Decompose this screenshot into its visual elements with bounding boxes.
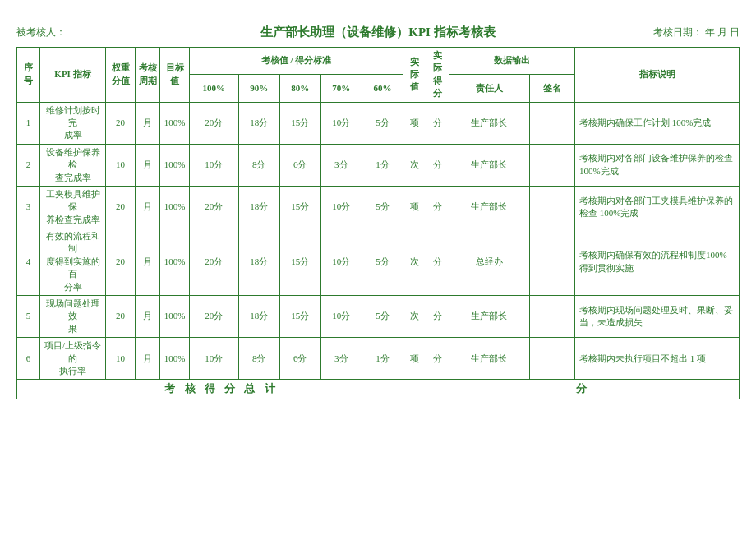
cell-signature: [529, 296, 574, 338]
kpi-table: 序 号 KPI 指标 权重 分值 考核 周期 目标 值 考核值 / 得分标准 实…: [16, 47, 740, 399]
cell-actual-score: 分: [426, 338, 449, 380]
cell-seq: 5: [17, 296, 40, 338]
cell-actual-value: 次: [403, 144, 426, 186]
cell-kpi-name: 项目/上级指令的 执行率: [40, 338, 106, 380]
cell-score-2: 18分: [238, 186, 279, 228]
cell-signature: [529, 186, 574, 228]
cell-weight: 20: [106, 296, 136, 338]
col-actual-value: 实际值: [403, 48, 426, 103]
cell-target: 100%: [160, 228, 190, 296]
cell-weight: 20: [106, 102, 136, 144]
cell-weight: 10: [106, 144, 136, 186]
cell-actual-value: 项: [403, 102, 426, 144]
cell-responsible: 生产部长: [449, 102, 530, 144]
cell-responsible: 生产部长: [449, 144, 530, 186]
cell-responsible: 生产部长: [449, 338, 530, 380]
cell-period: 月: [136, 144, 160, 186]
table-row: 5现场问题处理效 果20月100%20分18分15分10分5分次分生产部长考核期…: [17, 296, 740, 338]
cell-score-5: 1分: [362, 144, 403, 186]
cell-signature: [529, 102, 574, 144]
col-description: 指标说明: [575, 48, 740, 103]
cell-seq: 4: [17, 228, 40, 296]
header-right: 考核日期： 年 月 日: [625, 25, 740, 39]
cell-seq: 2: [17, 144, 40, 186]
cell-actual-score: 分: [426, 228, 449, 296]
cell-target: 100%: [160, 144, 190, 186]
cell-actual-score: 分: [426, 144, 449, 186]
col-responsible: 责任人: [449, 75, 530, 102]
cell-actual-score: 分: [426, 186, 449, 228]
cell-actual-score: 分: [426, 102, 449, 144]
col-period: 考核 周期: [136, 48, 160, 103]
cell-kpi-name: 工夹模具维护保 养检查完成率: [40, 186, 106, 228]
cell-score-4: 10分: [320, 228, 362, 296]
cell-kpi-name: 设备维护保养检 查完成率: [40, 144, 106, 186]
cell-score-3: 6分: [279, 338, 320, 380]
cell-seq: 1: [17, 102, 40, 144]
header: 被考核人： 生产部长助理（设备维修）KPI 指标考核表 考核日期： 年 月 日: [16, 25, 740, 40]
cell-description: 考核期内现场问题处理及时、果断、妥当，未造成损失: [575, 296, 740, 338]
cell-score-4: 3分: [320, 338, 362, 380]
header-left: 被考核人：: [16, 25, 131, 39]
cell-description: 考核期内对各部门工夹模具维护保养的检查 100%完成: [575, 186, 740, 228]
table-row: 6项目/上级指令的 执行率10月100%10分8分6分3分1分项分生产部长考核期…: [17, 338, 740, 380]
cell-actual-value: 次: [403, 228, 426, 296]
col-score-standard: 考核值 / 得分标准: [190, 48, 403, 75]
col-target: 目标 值: [160, 48, 190, 103]
score-level-2: 90%: [238, 75, 279, 102]
table-row: 3工夹模具维护保 养检查完成率20月100%20分18分15分10分5分项分生产…: [17, 186, 740, 228]
cell-score-4: 10分: [320, 186, 362, 228]
cell-score-3: 6分: [279, 144, 320, 186]
cell-score-1: 10分: [190, 338, 239, 380]
col-actual-score: 实际得分: [426, 48, 449, 103]
cell-responsible: 总经办: [449, 228, 530, 296]
score-level-1: 100%: [190, 75, 239, 102]
cell-period: 月: [136, 102, 160, 144]
cell-score-4: 10分: [320, 102, 362, 144]
table-row: 2设备维护保养检 查完成率10月100%10分8分6分3分1分次分生产部长考核期…: [17, 144, 740, 186]
cell-signature: [529, 338, 574, 380]
cell-weight: 20: [106, 186, 136, 228]
cell-score-3: 15分: [279, 296, 320, 338]
cell-kpi-name: 现场问题处理效 果: [40, 296, 106, 338]
cell-target: 100%: [160, 296, 190, 338]
cell-actual-value: 项: [403, 338, 426, 380]
cell-target: 100%: [160, 102, 190, 144]
cell-period: 月: [136, 296, 160, 338]
cell-score-2: 8分: [238, 144, 279, 186]
col-kpi: KPI 指标: [40, 48, 106, 103]
cell-period: 月: [136, 338, 160, 380]
cell-description: 考核期内确保有效的流程和制度100%得到贯彻实施: [575, 228, 740, 296]
cell-seq: 6: [17, 338, 40, 380]
date-value: 年 月 日: [705, 26, 740, 38]
cell-target: 100%: [160, 186, 190, 228]
cell-period: 月: [136, 228, 160, 296]
cell-score-1: 20分: [190, 296, 239, 338]
score-level-4: 70%: [320, 75, 362, 102]
cell-score-3: 15分: [279, 186, 320, 228]
cell-period: 月: [136, 186, 160, 228]
cell-responsible: 生产部长: [449, 186, 530, 228]
cell-actual-score: 分: [426, 296, 449, 338]
cell-seq: 3: [17, 186, 40, 228]
cell-score-3: 15分: [279, 228, 320, 296]
cell-target: 100%: [160, 338, 190, 380]
table-row: 4有效的流程和制 度得到实施的百 分率20月100%20分18分15分10分5分…: [17, 228, 740, 296]
cell-score-5: 5分: [362, 228, 403, 296]
col-data-output: 数据输出: [449, 48, 575, 75]
cell-signature: [529, 144, 574, 186]
cell-score-1: 20分: [190, 186, 239, 228]
cell-weight: 20: [106, 228, 136, 296]
score-level-5: 60%: [362, 75, 403, 102]
cell-responsible: 生产部长: [449, 296, 530, 338]
cell-score-4: 3分: [320, 144, 362, 186]
cell-score-5: 1分: [362, 338, 403, 380]
cell-description: 考核期内确保工作计划 100%完成: [575, 102, 740, 144]
date-label: 考核日期：: [653, 26, 703, 38]
total-label: 考 核 得 分 总 计: [17, 380, 426, 399]
cell-score-5: 5分: [362, 186, 403, 228]
cell-score-2: 18分: [238, 228, 279, 296]
cell-weight: 10: [106, 338, 136, 380]
cell-score-1: 20分: [190, 102, 239, 144]
assessor-label: 被考核人：: [16, 26, 66, 38]
